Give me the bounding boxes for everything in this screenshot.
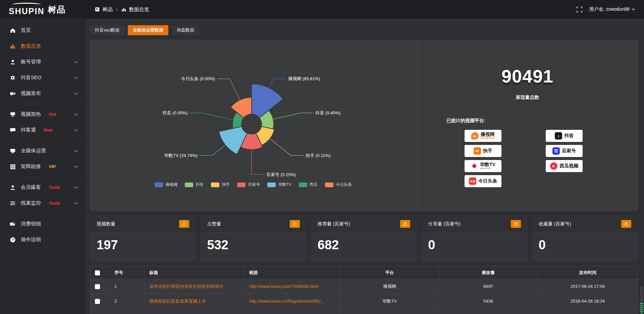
breadcrumb-root[interactable]: 树品: [103, 6, 113, 13]
platform-name: 快手: [483, 148, 492, 154]
sidebar-item-操作说明[interactable]: ?操作说明: [0, 232, 86, 248]
chart-legend: 播视网抖音快手百家号华数TV西瓜今日头条: [90, 182, 417, 188]
sidebar-item-数据总览[interactable]: 数据总览: [0, 38, 86, 54]
platform-name: 播视网: [481, 132, 495, 137]
total-badge: 总: [400, 220, 410, 228]
platform-name: 西瓜视频: [559, 163, 578, 169]
xigua-logo-icon: ▶: [550, 162, 557, 170]
stat-cards-row: 视频数量总197点赞量总532推荐量 (百家号)总682分享量 (百家号)总0收…: [90, 216, 638, 262]
stat-card-收藏量 (百家号): 收藏量 (百家号)总0: [532, 216, 638, 262]
row-select-cell: [90, 309, 110, 314]
sidebar-item-会员爆客[interactable]: 会员爆客Tools: [0, 179, 86, 195]
sidebar-item-视频加热[interactable]: 视频加热Hot: [0, 106, 86, 122]
sidebar-item-label: 抖客通: [21, 127, 36, 133]
breadcrumb-current[interactable]: 数据总览: [129, 6, 149, 13]
stat-card-header: 推荐量 (百家号)总: [311, 216, 417, 232]
cell-title-link[interactable]: 楼体投影灯投影效果震撼上市: [145, 294, 245, 309]
sidebar-item-label: 账号管理: [21, 59, 41, 65]
app-square-icon: [95, 7, 100, 12]
sidebar-item-tag: VIP: [49, 164, 56, 169]
legend-label: 西瓜: [310, 182, 318, 188]
sidebar-item-label: 视频加热: [21, 111, 41, 117]
row-checkbox[interactable]: [95, 284, 100, 289]
sidebar-item-抖音SEO[interactable]: 抖音SEO: [0, 70, 86, 86]
sidebar-item-抖客通[interactable]: 抖客通New: [0, 122, 86, 138]
cell-time: [538, 309, 638, 314]
legend-item-西瓜[interactable]: 西瓜: [299, 182, 318, 188]
pie-label-line-西瓜: [190, 113, 233, 120]
tab-询盘数据[interactable]: 询盘数据: [172, 25, 199, 35]
username-label: 用户名: zswodun88: [589, 6, 630, 12]
overview-panel: 播视网 (65.61%)抖音 (9.40%)快手 (0.11%)百家号 (0.1…: [90, 40, 638, 211]
platform-badge-抖音: ♪抖音: [546, 130, 583, 142]
pie-label-抖音: 抖音 (9.40%): [315, 110, 340, 115]
platform-badge-百家号: 百百家号: [546, 145, 583, 157]
pie-label-百家号: 百家号 (0.15%): [266, 172, 296, 177]
breadcrumb-separator: >: [116, 7, 118, 12]
pie-label-播视网: 播视网 (65.61%): [288, 76, 320, 81]
cell-url-link[interactable]: http://www.boosj.com/7338468.html: [245, 279, 340, 294]
user-icon: [9, 59, 16, 65]
legend-item-华数TV[interactable]: 华数TV: [267, 182, 291, 188]
bar-chart-icon: [9, 43, 16, 49]
pie-slice-今日头条[interactable]: [230, 97, 252, 118]
page-scrollbar[interactable]: [640, 19, 644, 314]
tab-抖音seo数据[interactable]: 抖音seo数据: [90, 25, 124, 35]
sidebar-item-label: 线索监控: [21, 200, 41, 206]
stat-card-label: 推荐量 (百家号): [318, 221, 350, 227]
row-checkbox[interactable]: [95, 299, 100, 304]
cell-plays: 8497: [439, 279, 538, 294]
username-menu[interactable]: 用户名: zswodun88: [589, 6, 635, 12]
legend-label: 今日头条: [336, 182, 352, 188]
chevron-down-icon: [74, 165, 78, 168]
cell-time: 2017-08-24 17:04: [538, 279, 638, 294]
breadcrumb: 树品 > 数据总览: [95, 6, 149, 13]
fullscreen-icon[interactable]: [577, 7, 582, 12]
stat-card-header: 收藏量 (百家号)总: [532, 216, 638, 232]
column-header-标题: 标题: [145, 266, 245, 279]
sidebar-item-全媒体运营[interactable]: 全媒体运营: [0, 143, 86, 159]
summary-panel: 90491 展现量总数 已统计的视频平台: ▶播视网boosj.com♪抖音66…: [417, 40, 638, 211]
total-badge: 总: [179, 220, 189, 228]
table-row: 2楼体投影灯投影效果震撼上市http://www.wasu.cn/Play/sh…: [90, 294, 638, 309]
row-select-cell: [90, 279, 110, 294]
platforms-title: 已统计的视频平台:: [446, 118, 638, 124]
platform-name: 华数TV: [480, 162, 495, 167]
legend-item-快手[interactable]: 快手: [211, 182, 230, 188]
toutiao-logo-icon: 头条: [469, 177, 476, 185]
cell-title-link[interactable]: 室外水纹灯和室内水纹灯的区别和简介: [145, 279, 245, 294]
legend-label: 抖音: [196, 182, 204, 188]
legend-item-播视网[interactable]: 播视网: [155, 182, 177, 188]
platform-subtext: boosj.com: [481, 137, 495, 140]
svg-text:?: ?: [11, 238, 13, 242]
sidebar-item-视频发布[interactable]: 视频发布: [0, 86, 86, 101]
monitor-icon: [9, 148, 16, 154]
summary-divider: [448, 108, 607, 108]
sidebar-item-消费明细[interactable]: 消费明细: [0, 216, 86, 232]
select-all-checkbox[interactable]: [95, 270, 100, 275]
stat-card-label: 点赞量: [207, 221, 221, 227]
wasu-logo-icon: ✸: [471, 162, 478, 170]
platform-subtext: wasu.cn: [480, 167, 495, 170]
legend-item-今日头条[interactable]: 今日头条: [325, 182, 352, 188]
baijiahao-logo-icon: 百: [552, 147, 560, 155]
cell-url-link[interactable]: http://www.wasu.cn/Play/show/id/952...: [245, 294, 340, 309]
chevron-down-icon: [74, 202, 78, 205]
table-row: 1室外水纹灯和室内水纹灯的区别和简介http://www.boosj.com/7…: [90, 279, 638, 294]
sidebar-item-label: 数据总览: [21, 43, 41, 49]
stat-card-视频数量: 视频数量总197: [90, 216, 196, 262]
stat-card-header: 点赞量总: [200, 216, 306, 232]
chevron-down-icon: [632, 8, 635, 11]
legend-item-抖音[interactable]: 抖音: [185, 182, 204, 188]
pie-slice-华数TV[interactable]: [219, 126, 247, 154]
legend-label: 播视网: [165, 182, 177, 188]
sidebar-item-首页[interactable]: 首页: [0, 22, 86, 38]
sidebar-item-矩阵助推[interactable]: 矩阵助推VIP: [0, 159, 86, 174]
app-logo: SHUPIN 树品: [0, 3, 86, 16]
sidebar-item-线索监控[interactable]: 线索监控Tools: [0, 195, 86, 211]
tab-全媒体运营数据[interactable]: 全媒体运营数据: [128, 25, 168, 35]
legend-item-百家号[interactable]: 百家号: [237, 182, 260, 188]
scrollbar-thumb[interactable]: [640, 286, 643, 314]
sidebar-item-账号管理[interactable]: 账号管理: [0, 54, 86, 70]
stat-card-分享量 (百家号): 分享量 (百家号)总0: [421, 216, 527, 262]
